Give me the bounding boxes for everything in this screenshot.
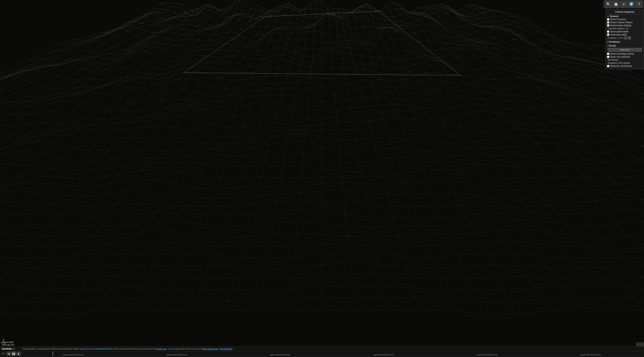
- terrain-canvas: [0, 0, 644, 357]
- playback-date: Aug 24 2018: [2, 341, 14, 344]
- cached-shaders-value: 12: [626, 27, 628, 30]
- playback-speed: 1x: [2, 339, 5, 341]
- layers-button[interactable]: ⊞: [620, 1, 627, 8]
- performance-display-label: Performance Display: [610, 24, 631, 27]
- viewport[interactable]: [0, 0, 644, 357]
- search-button[interactable]: 🔍: [605, 1, 612, 8]
- notification-text: This application is using Cesium's defau…: [22, 348, 642, 350]
- show-only-selected-row[interactable]: Show only selected: [607, 55, 643, 58]
- timeline-label-1: Aug 24 2018 20:00:00 UTC: [125, 354, 229, 356]
- next-button[interactable]: ▶: [16, 352, 21, 356]
- expand-right-button[interactable]: ↖: [640, 343, 644, 346]
- performance-display-row[interactable]: Performance Display: [607, 24, 643, 27]
- playback-time: 12:47:20 UTC: [2, 344, 15, 346]
- timeline-label-4: Aug 25 2018 08:00:00 UTC: [436, 354, 539, 356]
- show-frustums-label: Show Frustums: [610, 18, 626, 21]
- playhead: [53, 352, 53, 356]
- show-frustum-planes-label: Show Frustum Planes: [610, 21, 632, 24]
- cesium-link2[interactable]: https://cesium.com: [202, 348, 218, 350]
- expand-left-button[interactable]: ↗: [636, 343, 640, 346]
- general-toggle-icon: -: [607, 15, 608, 18]
- notification-link1[interactable]: Cesium.Ion.defaultAccessToken: [86, 348, 113, 350]
- show-globe-depth-label: Show globe depth: [610, 30, 628, 33]
- home-button[interactable]: 🏠: [612, 1, 620, 8]
- show-bounding-volume-row[interactable]: Show bounding volume: [607, 52, 643, 55]
- primitives-section-label: + Primitives: [607, 41, 620, 43]
- show-pick-depth-label: Show pick depth: [610, 33, 627, 36]
- frustum-minus-button[interactable]: -: [624, 36, 627, 39]
- primitives-section-header[interactable]: + Primitives: [607, 41, 643, 43]
- timeline-label-0: Aug 24 2018 16:00:00 UTC: [22, 354, 125, 356]
- frustum-row: Frustum: 1 of 1 - +: [608, 36, 643, 39]
- general-section-label: - General: [608, 15, 618, 18]
- pick-tile-button[interactable]: Pick a tile: [608, 48, 642, 52]
- timeline-label-5: Aug 25 2018 12:00:00 UTC: [539, 354, 642, 356]
- data-attribution-link[interactable]: Data attribution: [220, 348, 233, 350]
- cesium-text: CESIUM: [2, 348, 11, 350]
- show-frustums-checkbox[interactable]: [607, 18, 609, 20]
- cesium-logo-area: CESIUM ion: [2, 348, 21, 350]
- show-frustum-planes-row[interactable]: Show Frustum Planes: [607, 21, 643, 24]
- show-only-selected-checkbox[interactable]: [607, 56, 609, 58]
- inspector-title: Cesium Inspector: [607, 10, 643, 14]
- show-globe-depth-checkbox[interactable]: [607, 30, 609, 33]
- frustum-label: Frustum:: [608, 36, 617, 39]
- time-display-row: CESIUM ion This application is using Ces…: [0, 347, 644, 350]
- prev-button[interactable]: ◀: [6, 352, 11, 356]
- show-tile-coordinates-label: Show tile coordinates: [610, 65, 632, 67]
- notification-part1: This application is using Cesium's defau…: [22, 348, 86, 350]
- notification-part2: with an access token from your ion accou…: [113, 348, 156, 350]
- show-pick-depth-row[interactable]: Show pick depth: [607, 33, 643, 36]
- bottom-left-info: 1x Aug 24 2018 12:47:20 UTC: [2, 339, 15, 346]
- performance-display-checkbox[interactable]: [607, 24, 609, 27]
- show-frustums-row[interactable]: Show Frustums: [607, 18, 643, 21]
- show-frustum-planes-checkbox[interactable]: [607, 21, 609, 23]
- show-tile-coordinates-checkbox[interactable]: [607, 65, 609, 67]
- frustum-value: 1 of 1: [618, 36, 623, 39]
- wireframe-label[interactable]: Wireframe: [608, 59, 643, 61]
- timeline-label-3: Aug 25 2018 04:00:00 UTC: [332, 354, 436, 356]
- playback-bar: CESIUM ion This application is using Ces…: [0, 347, 644, 357]
- cesium-logo-dot: ion: [12, 348, 15, 350]
- help-button[interactable]: ?: [636, 1, 642, 8]
- toolbar: 🔍 🏠 ⊞ 🌍 ?: [603, 0, 644, 8]
- timeline-label-2: Aug 25 2018 00:00:00 UTC: [228, 354, 332, 356]
- show-tile-coordinates-row[interactable]: Show tile coordinates: [607, 65, 643, 67]
- timeline[interactable]: Aug 24 2018 16:00:00 UTC Aug 24 2018 20:…: [22, 352, 642, 356]
- show-pick-depth-checkbox[interactable]: [607, 33, 609, 36]
- show-bounding-volume-label: Show bounding volume: [610, 52, 634, 55]
- terrain-section-label: - Terrain: [607, 44, 616, 47]
- notification-part3: . You can sign up for a free ion account…: [167, 348, 202, 350]
- cached-shaders-label: Cached shaders:: [608, 27, 625, 30]
- frustum-plus-button[interactable]: +: [628, 36, 631, 39]
- cesium-logo: CESIUM ion: [2, 348, 15, 350]
- show-bounding-volume-checkbox[interactable]: [607, 53, 609, 55]
- expand-buttons: ↗ ↖: [636, 343, 644, 346]
- inspector-panel: Cesium Inspector - - General Show Frustu…: [606, 9, 644, 69]
- utc-label: UTC: [2, 353, 6, 355]
- general-section-header[interactable]: - - General: [607, 15, 643, 18]
- play-button[interactable]: ▮▮: [12, 352, 16, 356]
- cached-shaders-row: Cached shaders: 12: [608, 27, 643, 30]
- timeline-labels-row: Aug 24 2018 16:00:00 UTC Aug 24 2018 20:…: [22, 352, 642, 356]
- cesium-link[interactable]: cesium.com: [156, 348, 167, 350]
- suspend-lod-label[interactable]: Suspend LOD update: [608, 62, 643, 64]
- show-globe-depth-row[interactable]: Show globe depth: [607, 30, 643, 33]
- globe-button[interactable]: 🌍: [628, 1, 635, 8]
- show-only-selected-label: Show only selected: [610, 55, 630, 58]
- terrain-section-header[interactable]: - Terrain: [607, 44, 643, 47]
